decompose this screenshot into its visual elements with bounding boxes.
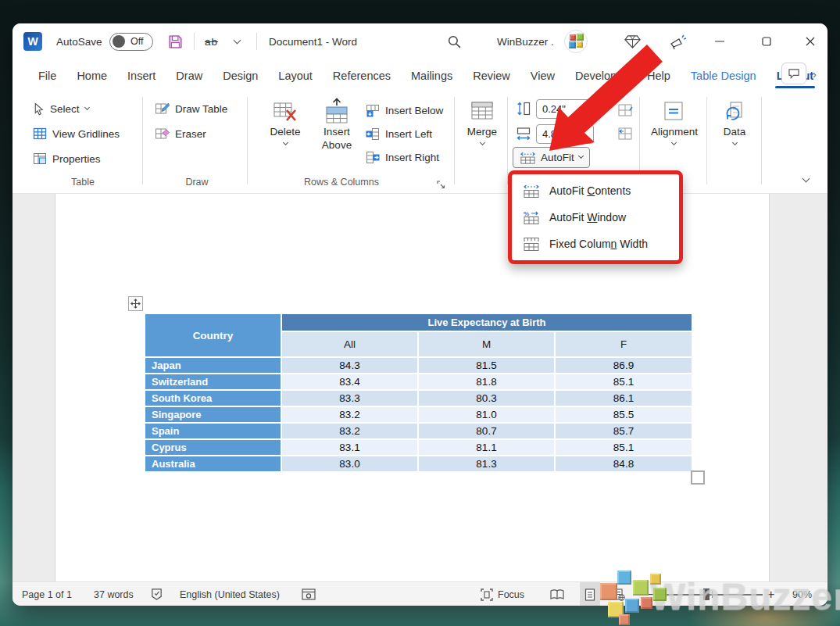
- country-cell[interactable]: Cyprus: [145, 439, 281, 456]
- insert-above-button[interactable]: Insert Above: [314, 97, 359, 152]
- strikethrough-quick-action[interactable]: ab: [205, 23, 218, 59]
- country-cell[interactable]: Spain: [145, 423, 281, 439]
- value-cell-m[interactable]: 81.1: [418, 439, 555, 456]
- value-cell-all[interactable]: 84.3: [281, 357, 418, 374]
- ribbon-tab[interactable]: Help: [637, 59, 681, 92]
- zoom-slider-handle[interactable]: [703, 588, 710, 600]
- table-row[interactable]: Japan 84.3 81.5 86.9: [145, 357, 692, 374]
- proofing-status[interactable]: [150, 582, 163, 606]
- insert-below-button[interactable]: Insert Below: [363, 100, 446, 120]
- ribbon-overflow-chevron[interactable]: ›: [813, 67, 817, 80]
- zoom-slider-track[interactable]: [663, 594, 763, 596]
- table-group-header[interactable]: Live Expectancy at Birth: [281, 313, 692, 331]
- print-layout-button[interactable]: [580, 582, 600, 606]
- macro-record-button[interactable]: [302, 582, 316, 606]
- table-row[interactable]: Switzerland 83.4 81.8 85.1: [145, 374, 692, 390]
- autofit-button[interactable]: AutoFit: [513, 147, 590, 168]
- zoom-in-button[interactable]: +: [767, 582, 774, 606]
- value-cell-m[interactable]: 81.5: [418, 357, 555, 374]
- value-cell-all[interactable]: 83.0: [281, 456, 418, 472]
- value-cell-m[interactable]: 80.3: [418, 390, 555, 406]
- table-move-handle[interactable]: [128, 296, 143, 311]
- table-row[interactable]: Singapore 83.2 81.0 85.5: [145, 406, 692, 423]
- delete-button[interactable]: Delete: [263, 97, 308, 145]
- ribbon-tab[interactable]: References: [323, 59, 401, 92]
- value-cell-f[interactable]: 84.8: [555, 456, 692, 472]
- value-cell-all[interactable]: 83.3: [281, 390, 418, 406]
- close-button[interactable]: [795, 23, 825, 59]
- ribbon-tab[interactable]: Mailings: [401, 59, 463, 92]
- country-cell[interactable]: Singapore: [145, 406, 281, 423]
- life-expectancy-table[interactable]: Country Live Expectancy at Birth All M F: [144, 313, 693, 473]
- read-mode-button[interactable]: [547, 582, 567, 606]
- view-gridlines-button[interactable]: View Gridlines: [30, 123, 123, 144]
- ribbon-tab[interactable]: Developer: [565, 59, 637, 92]
- page-indicator[interactable]: Page 1 of 1: [22, 582, 72, 606]
- distribute-columns-button[interactable]: [614, 123, 636, 144]
- merge-button[interactable]: Merge: [459, 97, 505, 145]
- country-cell[interactable]: South Korea: [145, 390, 281, 406]
- ribbon-tab[interactable]: Design: [213, 59, 268, 92]
- menu-item-fixed-column-width[interactable]: Fixed Column Width: [512, 231, 679, 257]
- data-button[interactable]: Data: [712, 97, 757, 145]
- properties-button[interactable]: Properties: [30, 148, 104, 169]
- feedback-button[interactable]: [664, 23, 691, 59]
- account-name[interactable]: WinBuzzer .: [497, 23, 554, 59]
- ribbon-tab[interactable]: File: [28, 59, 66, 92]
- language-status[interactable]: English (United States): [180, 582, 280, 606]
- word-count[interactable]: 37 words: [94, 582, 134, 606]
- table-resize-handle[interactable]: [691, 470, 705, 485]
- minimize-button[interactable]: [705, 23, 735, 59]
- value-cell-all[interactable]: 83.1: [281, 439, 418, 456]
- value-cell-f[interactable]: 86.9: [555, 357, 692, 374]
- zoom-out-button[interactable]: −: [647, 582, 654, 606]
- ribbon-tab[interactable]: Home: [66, 59, 117, 92]
- zoom-level[interactable]: 90%: [792, 582, 812, 606]
- premium-features-button[interactable]: [619, 23, 645, 59]
- ribbon-tab[interactable]: Insert: [117, 59, 166, 92]
- insert-left-button[interactable]: Insert Left: [363, 123, 435, 144]
- table-subheader-m[interactable]: M: [418, 331, 555, 357]
- menu-item-autofit-contents[interactable]: AutoFit Contents: [512, 177, 679, 204]
- value-cell-m[interactable]: 81.8: [418, 374, 555, 390]
- eraser-button[interactable]: Eraser: [152, 123, 209, 144]
- distribute-rows-button[interactable]: [614, 100, 636, 120]
- ribbon-tab[interactable]: Layout: [268, 59, 323, 92]
- focus-mode-button[interactable]: Focus: [481, 582, 524, 606]
- country-cell[interactable]: Japan: [145, 357, 281, 374]
- value-cell-all[interactable]: 83.2: [281, 423, 418, 439]
- table-row[interactable]: Spain 83.2 80.7 85.7: [145, 423, 692, 439]
- account-avatar[interactable]: [564, 30, 588, 53]
- table-subheader-all[interactable]: All: [281, 331, 418, 357]
- select-button[interactable]: Select: [30, 98, 92, 119]
- save-button[interactable]: [167, 23, 184, 59]
- value-cell-f[interactable]: 85.1: [555, 439, 692, 456]
- insert-right-button[interactable]: Insert Right: [363, 147, 442, 167]
- table-row[interactable]: Cyprus 83.1 81.1 85.1: [145, 439, 692, 456]
- alignment-button[interactable]: Alignment: [651, 97, 696, 145]
- quick-access-dropdown[interactable]: [234, 23, 240, 59]
- collapse-ribbon-chevron[interactable]: [803, 170, 809, 184]
- ribbon-tab[interactable]: Table Design: [681, 59, 767, 92]
- row-height-spinner[interactable]: [584, 102, 591, 112]
- ribbon-tab[interactable]: Review: [463, 59, 520, 92]
- table-corner-header[interactable]: Country: [145, 313, 281, 357]
- value-cell-all[interactable]: 83.2: [281, 406, 418, 423]
- table-row[interactable]: Australia 83.0 81.3 84.8: [145, 456, 692, 472]
- ribbon-tab[interactable]: Draw: [166, 59, 213, 92]
- autosave-toggle[interactable]: Off: [109, 23, 153, 59]
- ribbon-tab[interactable]: View: [520, 59, 565, 92]
- word-app-icon[interactable]: W: [23, 23, 42, 59]
- table-row[interactable]: South Korea 83.3 80.3 86.1: [145, 390, 692, 406]
- rows-columns-dialog-launcher[interactable]: [437, 178, 445, 192]
- value-cell-f[interactable]: 85.1: [555, 374, 692, 390]
- value-cell-m[interactable]: 81.0: [418, 406, 555, 423]
- row-height-input[interactable]: 0.24": [536, 99, 594, 119]
- column-width-input[interactable]: 4.87": [536, 124, 594, 144]
- value-cell-f[interactable]: 86.1: [555, 390, 692, 406]
- web-layout-button[interactable]: [608, 582, 628, 606]
- table-subheader-f[interactable]: F: [555, 331, 692, 357]
- country-cell[interactable]: Australia: [145, 456, 281, 472]
- menu-item-autofit-window[interactable]: % AutoFit Window: [512, 204, 679, 231]
- value-cell-f[interactable]: 85.5: [555, 406, 692, 423]
